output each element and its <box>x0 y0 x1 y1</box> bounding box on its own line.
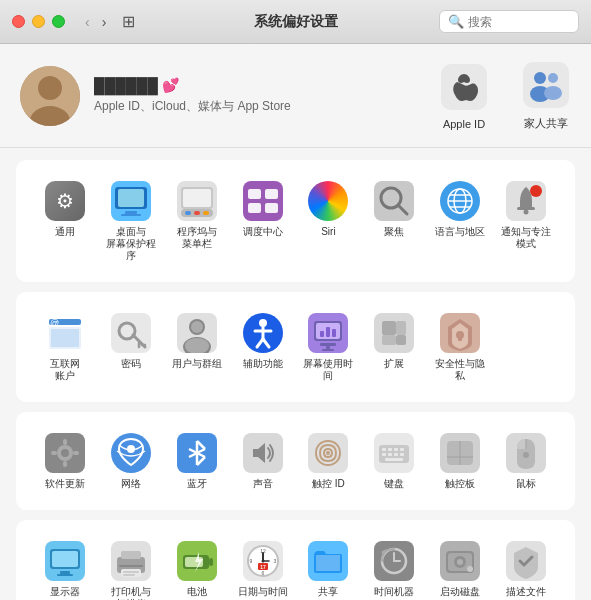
pref-item-display[interactable]: 显示器 <box>32 532 98 600</box>
sound-icon <box>242 432 284 474</box>
pref-item-password[interactable]: 密码 <box>98 304 164 390</box>
profiles-label: 描述文件 <box>506 586 546 598</box>
pref-item-security[interactable]: 安全性与隐私 <box>427 304 493 390</box>
screentime-label: 屏幕使用时间 <box>300 358 358 382</box>
pref-item-mission[interactable]: 调度中心 <box>230 172 296 270</box>
svg-point-52 <box>191 321 203 333</box>
svg-text:6: 6 <box>261 570 264 576</box>
software-label: 软件更新 <box>45 478 85 490</box>
search-input[interactable] <box>468 15 570 29</box>
pref-item-spotlight[interactable]: 聚焦 <box>361 172 427 270</box>
prefs-section-3: 软件更新 网络 <box>16 412 575 510</box>
pref-item-mouse[interactable]: 鼠标 <box>493 424 559 498</box>
spotlight-label: 聚焦 <box>384 226 404 238</box>
svg-rect-98 <box>388 448 392 451</box>
family-sharing-action[interactable]: 家人共享 <box>521 60 571 131</box>
pref-item-general[interactable]: ⚙ 通用 <box>32 172 98 270</box>
prefs-section-1: ⚙ 通用 桌面与屏幕保护程序 <box>16 160 575 282</box>
svg-point-137 <box>261 560 264 563</box>
grid-icon[interactable]: ⊞ <box>122 12 135 31</box>
prefs-grid-3: 软件更新 网络 <box>32 424 559 498</box>
pref-item-startup[interactable]: 启动磁盘 <box>427 532 493 600</box>
close-button[interactable] <box>12 15 25 28</box>
pref-item-internet[interactable]: @ 互联网账户 <box>32 304 98 390</box>
touchid-label: 触控 ID <box>312 478 345 490</box>
pref-item-timemachine[interactable]: 时间机器 <box>361 532 427 600</box>
svg-rect-25 <box>265 203 278 213</box>
titlebar: ‹ › ⊞ 系统偏好设置 🔍 <box>0 0 591 44</box>
siri-icon <box>307 180 349 222</box>
siri-label: Siri <box>321 226 335 238</box>
pref-item-datetime[interactable]: 12 3 6 9 17 日期与时间 <box>230 532 296 600</box>
svg-rect-123 <box>123 574 135 576</box>
users-label: 用户与群组 <box>172 358 222 370</box>
display-label: 显示器 <box>50 586 80 598</box>
pref-item-touchid[interactable]: 触控 ID <box>296 424 362 498</box>
extensions-label: 扩展 <box>384 358 404 370</box>
svg-rect-65 <box>332 329 336 337</box>
svg-rect-82 <box>51 451 57 455</box>
pref-item-desktop[interactable]: 桌面与屏幕保护程序 <box>98 172 164 270</box>
pref-item-sharing[interactable]: 共享 <box>296 532 362 600</box>
software-icon <box>44 432 86 474</box>
pref-item-accessibility[interactable]: 辅助功能 <box>230 304 296 390</box>
sound-label: 声音 <box>253 478 273 490</box>
spotlight-icon <box>373 180 415 222</box>
back-button[interactable]: ‹ <box>81 12 94 32</box>
pref-item-sound[interactable]: 声音 <box>230 424 296 498</box>
svg-rect-120 <box>121 551 141 559</box>
pref-item-profiles[interactable]: 描述文件 <box>493 532 559 600</box>
pref-item-printer[interactable]: 打印机与扫描仪 <box>98 532 164 600</box>
sharing-icon <box>307 540 349 582</box>
svg-rect-68 <box>322 349 334 351</box>
bluetooth-label: 蓝牙 <box>187 478 207 490</box>
maximize-button[interactable] <box>52 15 65 28</box>
family-sharing-label: 家人共享 <box>524 116 568 131</box>
pref-item-screentime[interactable]: 屏幕使用时间 <box>296 304 362 390</box>
svg-rect-20 <box>203 211 209 215</box>
pref-item-dock[interactable]: 程序坞与菜单栏 <box>164 172 230 270</box>
trackpad-icon <box>439 432 481 474</box>
svg-rect-24 <box>248 203 261 213</box>
svg-rect-12 <box>125 211 137 214</box>
password-icon <box>110 312 152 354</box>
internet-icon: @ <box>44 312 86 354</box>
svg-rect-22 <box>248 189 261 199</box>
pref-item-users[interactable]: 用户与群组 <box>164 304 230 390</box>
empty-icon <box>505 312 547 354</box>
pref-item-keyboard[interactable]: 键盘 <box>361 424 427 498</box>
apple-id-action[interactable]: Apple ID <box>439 62 489 130</box>
profile-left[interactable]: ██████ 💕 Apple ID、iCloud、媒体与 App Store <box>20 66 291 126</box>
svg-rect-116 <box>60 571 70 574</box>
pref-item-trackpad[interactable]: 触控板 <box>427 424 493 498</box>
pref-item-software[interactable]: 软件更新 <box>32 424 98 498</box>
svg-point-37 <box>524 210 529 215</box>
svg-rect-70 <box>382 321 396 335</box>
pref-item-battery[interactable]: 电池 <box>164 532 230 600</box>
pref-item-language[interactable]: 语言与地区 <box>427 172 493 270</box>
security-icon <box>439 312 481 354</box>
forward-button[interactable]: › <box>98 12 111 32</box>
svg-rect-115 <box>52 551 78 567</box>
pref-item-extensions[interactable]: 扩展 <box>361 304 427 390</box>
svg-rect-66 <box>320 343 336 346</box>
timemachine-label: 时间机器 <box>374 586 414 598</box>
pref-item-bluetooth[interactable]: 蓝牙 <box>164 424 230 498</box>
apple-id-label: Apple ID <box>443 118 485 130</box>
touchid-icon <box>307 432 349 474</box>
svg-rect-21 <box>243 181 283 221</box>
pref-item-siri[interactable]: Siri <box>296 172 362 270</box>
minimize-button[interactable] <box>32 15 45 28</box>
svg-text:3: 3 <box>273 558 276 564</box>
search-box[interactable]: 🔍 <box>439 10 579 33</box>
trackpad-label: 触控板 <box>445 478 475 490</box>
pref-item-network[interactable]: 网络 <box>98 424 164 498</box>
svg-rect-16 <box>183 189 211 207</box>
dock-icon <box>176 180 218 222</box>
pref-item-notification[interactable]: 通知与专注模式 <box>493 172 559 270</box>
profile-right: Apple ID 家人共享 <box>439 60 571 131</box>
mouse-icon <box>505 432 547 474</box>
svg-rect-72 <box>382 335 396 345</box>
dock-label: 程序坞与菜单栏 <box>177 226 217 250</box>
svg-rect-122 <box>123 571 139 573</box>
